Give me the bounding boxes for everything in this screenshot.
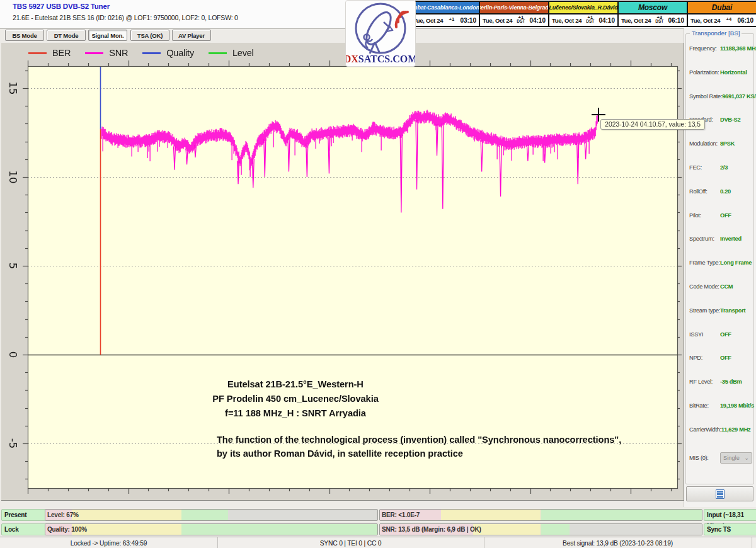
transponder-row: Frequency:11188,368 MHz [689,45,752,69]
ber-bar-label: BER: <1.0E-7 [382,510,420,520]
transponder-list-button[interactable] [686,486,753,501]
legend-line-swatch [209,52,227,54]
mis-label: MIS (0): [689,455,720,461]
transponder-row: Polarization:Horizontal [689,69,752,93]
legend-line-swatch [28,52,47,54]
transponder-row: Pilot:OFF [689,212,752,236]
transponder-row: NPD:OFF [689,355,752,379]
clock-dst-label: DST [517,20,525,24]
satellite-dish-icon: DXSATCS.COM [346,1,415,66]
signal-monitor-chart[interactable] [1,43,684,500]
clock-time: 04:10 [529,17,546,24]
bar-segment [541,524,570,535]
legend-label: SNR [109,48,128,58]
world-clock: Rabat-Casablanca-LondonTue, Oct 24+103:1… [410,1,480,27]
tab-signal-mon[interactable]: Signal Mon. [88,30,127,41]
y-tick-label: 15 [7,82,19,95]
transponder-row-label: BitRate: [689,402,720,409]
logo-text-dx: DX [346,54,358,64]
chevron-down-icon: ⌄ [744,454,749,461]
clock-time-row: Tue, Oct 24+1DST04:10 [549,14,617,26]
transponder-row-label: CarrierWidth: [689,426,721,433]
clock-time-row: Tue, Oct 24+406:10 [688,14,756,26]
world-clock: MoscowTue, Oct 24+3DST06:10 [617,1,688,27]
tab-bs-mode[interactable]: BS Mode [5,30,44,41]
clock-time: 06:10 [668,17,684,24]
lock-indicator: Lock [1,523,46,535]
transponder-row: Spectrum:Inverted [689,236,752,260]
dxsatcs-logo: DXSATCS.COM [345,0,416,67]
transponder-row-value: CCM [720,283,733,290]
status-best-signal: Best signal: 13,9 dB (2023-10-23 08:19) [484,537,752,548]
bar-segment [72,524,181,535]
chart-legend: BERSNRQualityLevel [28,48,254,58]
transponder-row-value: Inverted [720,236,742,242]
y-tick-label: 0 [7,351,19,358]
clock-city-label: Moscow [619,2,687,14]
transponder-row-label: Stream type: [689,307,720,314]
clock-time: 06:10 [737,17,753,24]
clock-time-row: Tue, Oct 24+1DST04:10 [480,14,548,26]
transponder-row-label: FEC: [689,164,720,171]
transponder-rows: Frequency:11188,368 MHzPolarization:Hori… [689,45,752,465]
transponder-row-label: Spectrum: [689,236,720,242]
present-indicator: Present [1,509,46,521]
world-clocks: Rabat-Casablanca-LondonTue, Oct 24+103:1… [410,1,756,27]
transponder-row: Modulation:8PSK [689,140,752,164]
transponder-sidebar: Transponder [BS] Frequency:11188,368 MHz… [684,28,756,507]
bar-segment [181,524,377,535]
snr-bar: SNR: 13,5 dB (Margin: 6,9 dB | OK) [379,523,702,535]
mis-dropdown[interactable]: Single⌄ [720,452,752,464]
status-uptime: Locked -> Uptime: 63:49:59 [0,537,218,548]
clock-time-row: Tue, Oct 24+3DST06:10 [619,14,687,26]
input-rate-indicator: Input (~18,31 Mbps) [704,509,756,521]
tuner-subtitle: 21.6E - Eutelsat 21B SES 16 (ID: 0216) @… [13,14,238,21]
clock-city-label: Dubai [688,2,756,14]
value-tooltip: 2023-10-24 04.10.57, value: 13,5 [600,119,705,130]
tab-av-player[interactable]: AV Player [172,30,211,41]
chart-annotation-block-2: The function of the technological proces… [217,433,621,460]
tab-tsa-ok[interactable]: TSA (OK) [130,30,169,41]
clock-utc-offset: +1DST [586,15,594,24]
transponder-row: Stream type:Transport [689,307,752,331]
transponder-list-icon [716,489,724,499]
bar-segment [72,510,181,520]
clock-city-label: Rabat-Casablanca-London [411,2,479,14]
status-sync-counters: SYNC 0 | TEI 0 | CC 0 [217,537,484,548]
transponder-row: Symbol Rate:9691,037 KS/s [689,93,752,117]
transponder-row-label: Modulation: [689,140,720,147]
svg-text:DXSATCS.COM: DXSATCS.COM [346,54,415,64]
world-clock: Lučenec/Slovakia_R.DávidTue, Oct 24+1DST… [548,1,619,27]
legend-line-swatch [85,52,103,54]
tab-dt-mode[interactable]: DT Mode [47,30,86,41]
clock-time: 03:10 [460,17,476,24]
clock-utc-offset: +4 [726,17,732,22]
ber-bar: BER: <1.0E-7 [379,509,702,521]
bar-segment [541,510,702,520]
bar-segment [441,510,541,520]
chart-annotation-block: Eutelsat 21B-21.5°E_Western-H PF Prodeli… [208,377,383,421]
clock-date: Tue, Oct 24 [483,17,512,24]
level-bar: Level: 67% [45,509,378,521]
bar-segment [473,524,541,535]
transponder-row-value: OFF [720,212,731,219]
clock-date: Tue, Oct 24 [552,17,581,24]
transponder-row-label: Code Mode: [689,283,720,290]
clock-utc-offset: +1 [449,17,455,22]
legend-label: Level [232,48,254,58]
transponder-row-label: Frame Type: [689,260,720,266]
transponder-row-value: Horizontal [720,69,747,76]
clock-utc-offset: +1DST [517,15,525,24]
transponder-row: RollOff:0.20 [689,188,752,212]
transponder-row-label: Pilot: [689,212,720,219]
clock-city-label: Lučenec/Slovakia_R.Dávid [549,2,617,14]
world-clock: DubaiTue, Oct 24+406:10 [687,1,756,27]
transponder-row: Code Mode:CCM [689,283,752,307]
transponder-row-value: Transport [720,307,745,314]
bar-segment [228,510,377,520]
transponder-row-label: Polarization: [689,69,720,76]
clock-offset-value: +4 [726,17,732,22]
transponder-row: CarrierWidth:11,629 MHz [689,426,752,450]
y-tick-label: 10 [7,171,19,184]
quality-bar: Quality: 100% [45,523,378,535]
